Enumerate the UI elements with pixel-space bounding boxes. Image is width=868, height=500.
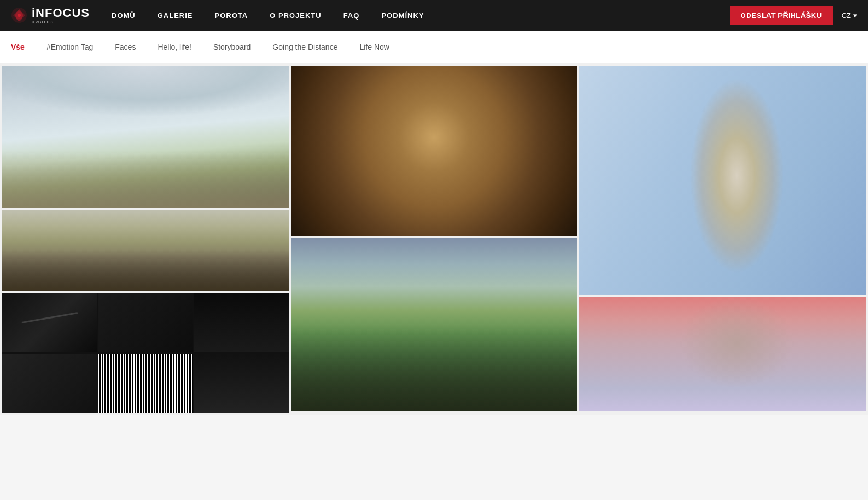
logo-text: iNFOCUS — [32, 6, 90, 20]
chevron-down-icon: ▾ — [853, 11, 857, 20]
gallery-col-2 — [291, 66, 578, 413]
photo-forest[interactable] — [2, 210, 289, 291]
collage-cell-6 — [194, 354, 288, 413]
collage-cell-2 — [98, 293, 193, 352]
photo-collage[interactable] — [2, 293, 289, 413]
language-selector[interactable]: CZ ▾ — [842, 11, 857, 20]
nav-porota[interactable]: POROTA — [215, 11, 248, 20]
nav-links: DOMŮ GALERIE POROTA O PROJEKTU FAQ PODMÍ… — [112, 11, 730, 20]
submit-entry-button[interactable]: ODESLAT PŘIHLÁŠKU — [730, 6, 833, 25]
svg-point-1 — [18, 14, 21, 17]
logo-sub: awards — [32, 19, 90, 25]
category-emotion-tag[interactable]: #Emotion Tag — [46, 43, 93, 51]
photo-sculpture[interactable] — [579, 66, 866, 295]
photo-woman[interactable] — [579, 297, 866, 411]
nav-oprojektu[interactable]: O PROJEKTU — [270, 11, 322, 20]
collage-cell-4 — [2, 354, 97, 413]
collage-cell-3 — [194, 293, 288, 352]
lang-label: CZ — [842, 11, 851, 20]
huawei-icon — [11, 7, 27, 23]
nav-galerie[interactable]: GALERIE — [158, 11, 193, 20]
navbar: iNFOCUS awards DOMŮ GALERIE POROTA O PRO… — [0, 0, 868, 31]
category-going-distance[interactable]: Going the Distance — [272, 43, 337, 51]
photo-face[interactable] — [291, 66, 578, 236]
gallery-col-1 — [2, 66, 289, 413]
nav-faq[interactable]: FAQ — [343, 11, 360, 20]
nav-domu[interactable]: DOMŮ — [112, 11, 136, 20]
category-life-now[interactable]: Life Now — [359, 43, 389, 51]
gallery-col-3 — [579, 66, 866, 413]
gallery — [0, 63, 868, 415]
photo-mountain[interactable] — [2, 66, 289, 208]
nav-podminky[interactable]: PODMÍNKY — [381, 11, 424, 20]
collage-cell-1 — [2, 293, 97, 352]
photo-valley[interactable] — [291, 238, 578, 411]
category-vse[interactable]: Vše — [11, 43, 25, 51]
category-bar: Vše #Emotion Tag Faces Hello, life! Stor… — [0, 31, 868, 63]
category-hello-life[interactable]: Hello, life! — [158, 43, 191, 51]
category-storyboard[interactable]: Storyboard — [213, 43, 251, 51]
collage-cell-5 — [98, 354, 193, 413]
category-faces[interactable]: Faces — [115, 43, 136, 51]
logo[interactable]: iNFOCUS awards — [11, 6, 90, 25]
